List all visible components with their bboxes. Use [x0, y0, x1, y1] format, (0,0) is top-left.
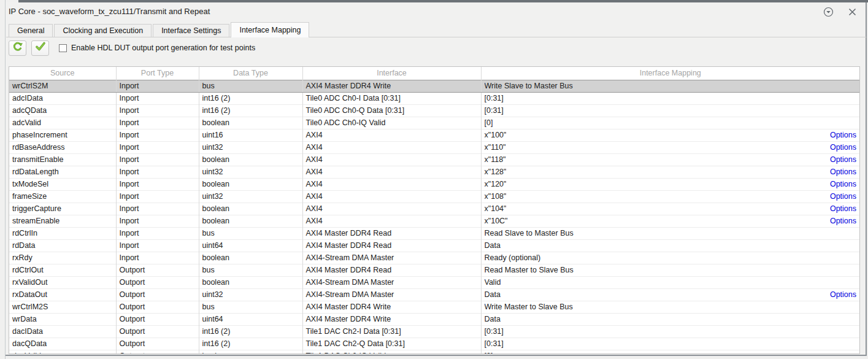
- cell-data-type: uint32: [199, 141, 302, 153]
- cell-data-type: uint64: [199, 313, 302, 325]
- table-row[interactable]: rdDataInportuint64AXI4 Master DDR4 ReadD…: [9, 239, 859, 252]
- table-row[interactable]: rdCtrlInInportbusAXI4 Master DDR4 ReadRe…: [9, 227, 859, 239]
- table-row[interactable]: rxDataOutOutportuint32AXI4-Stream DMA Ma…: [9, 288, 859, 301]
- table-row[interactable]: rdBaseAddressInportuint32AXI4x"110"Optio…: [9, 141, 859, 153]
- mapping-value: Data: [485, 241, 501, 250]
- cell-interface-mapping: x"120"Options: [481, 178, 859, 190]
- cell-source: transmitEnable: [9, 153, 116, 166]
- table-header-row: SourcePort TypeData TypeInterfaceInterfa…: [9, 67, 859, 80]
- options-link[interactable]: Options: [825, 143, 856, 152]
- table-row[interactable]: triggerCaptureInportbooleanAXI4x"104"Opt…: [9, 203, 859, 215]
- refresh-icon: [12, 41, 23, 55]
- mapping-value: [0:31]: [485, 106, 504, 115]
- table-row[interactable]: wrCtrlM2SOutportbusAXI4 Master DDR4 Writ…: [9, 301, 859, 313]
- cell-interface: AXI4: [302, 215, 481, 227]
- cell-port-type: Inport: [116, 117, 199, 129]
- cell-interface-mapping: Data: [481, 313, 859, 325]
- mapping-value: [0:31]: [485, 94, 504, 102]
- table-row[interactable]: adcQDataInportint16 (2)Tile0 ADC Ch0-Q D…: [9, 104, 859, 117]
- cell-source: frameSize: [9, 190, 116, 203]
- table-row[interactable]: dacQDataOutportint16 (2)Tile1 DAC Ch2-Q …: [9, 338, 859, 350]
- cell-interface-mapping: Ready (optional): [481, 252, 859, 264]
- mapping-value: Valid: [485, 278, 501, 287]
- mapping-value: x"10C": [485, 217, 508, 225]
- cell-interface-mapping: [0:31]: [481, 104, 859, 117]
- table-row[interactable]: wrCtrlS2MInportbusAXI4 Master DDR4 Write…: [9, 80, 859, 92]
- cell-interface-mapping: x"10C"Options: [481, 215, 859, 227]
- options-link[interactable]: Options: [825, 131, 856, 139]
- cell-source: wrData: [9, 313, 116, 325]
- mapping-value: Ready (optional): [485, 253, 541, 262]
- cell-data-type: bus: [199, 80, 302, 92]
- table-row[interactable]: rxValidOutOutportbooleanAXI4-Stream DMA …: [9, 276, 859, 288]
- mapping-value: [0]: [485, 118, 493, 127]
- mapping-value: [0:31]: [485, 327, 504, 336]
- options-link[interactable]: Options: [825, 217, 856, 225]
- toolbar: Enable HDL DUT output port generation fo…: [9, 40, 255, 56]
- cell-source: rxValidOut: [9, 276, 116, 288]
- cell-source: txModeSel: [9, 178, 116, 190]
- refresh-button[interactable]: [9, 41, 26, 56]
- interface-mapping-table: SourcePort TypeData TypeInterfaceInterfa…: [9, 66, 860, 354]
- table-row[interactable]: rxRdyInportbooleanAXI4-Stream DMA Master…: [9, 252, 859, 264]
- table-row[interactable]: streamEnableInportbooleanAXI4x"10C"Optio…: [9, 215, 859, 227]
- table-row[interactable]: rdCtrlOutOutportbusAXI4 Master DDR4 Read…: [9, 264, 859, 276]
- column-header: Data Type: [199, 67, 302, 80]
- cell-source: wrCtrlS2M: [9, 80, 116, 92]
- table-row[interactable]: rdDataLengthInportuint32AXI4x"128"Option…: [9, 166, 859, 178]
- table-row[interactable]: phaseIncrementInportuint16AXI4x"100"Opti…: [9, 129, 859, 141]
- cell-source: dacValid: [9, 350, 116, 354]
- table-row[interactable]: txModeSelInportbooleanAXI4x"120"Options: [9, 178, 859, 190]
- table-row[interactable]: frameSizeInportuint32AXI4x"108"Options: [9, 190, 859, 203]
- cell-interface-mapping: x"110"Options: [481, 141, 859, 153]
- table-row[interactable]: transmitEnableInportbooleanAXI4x"118"Opt…: [9, 153, 859, 166]
- cell-source: rdData: [9, 239, 116, 252]
- tab-interface-settings[interactable]: Interface Settings: [153, 24, 229, 37]
- dock-menu-icon[interactable]: [823, 7, 834, 17]
- options-link[interactable]: Options: [825, 204, 856, 213]
- table-row[interactable]: adcValidInportbooleanTile0 ADC Ch0-IQ Va…: [9, 117, 859, 129]
- cell-port-type: Inport: [116, 141, 199, 153]
- cell-source: rxDataOut: [9, 288, 116, 301]
- cell-port-type: Outport: [116, 301, 199, 313]
- cell-data-type: uint32: [199, 288, 302, 301]
- cell-interface-mapping: Read Slave to Master Bus: [481, 227, 859, 239]
- tab-interface-mapping[interactable]: Interface Mapping: [231, 22, 309, 37]
- cell-interface-mapping: Read Master to Slave Bus: [481, 264, 859, 276]
- options-link[interactable]: Options: [825, 290, 856, 299]
- cell-data-type: boolean: [199, 350, 302, 354]
- table-row[interactable]: adcIDataInportint16 (2)Tile0 ADC Ch0-I D…: [9, 92, 859, 104]
- cell-interface: AXI4: [302, 141, 481, 153]
- cell-source: adcQData: [9, 104, 116, 117]
- table-row[interactable]: dacValidOutportbooleanTile1 DAC Ch2-IQ V…: [9, 350, 859, 354]
- cell-source: rxRdy: [9, 252, 116, 264]
- cell-port-type: Inport: [116, 239, 199, 252]
- options-link[interactable]: Options: [825, 155, 856, 164]
- checkmark-icon: [35, 41, 46, 55]
- cell-interface: AXI4: [302, 203, 481, 215]
- cell-interface: AXI4: [302, 190, 481, 203]
- cell-port-type: Inport: [116, 190, 199, 203]
- table-row[interactable]: dacIDataOutportint16 (2)Tile1 DAC Ch2-I …: [9, 325, 859, 338]
- options-link[interactable]: Options: [825, 168, 856, 176]
- test-points-checkbox[interactable]: [59, 44, 67, 52]
- cell-port-type: Inport: [116, 129, 199, 141]
- options-link[interactable]: Options: [825, 192, 856, 201]
- table-row[interactable]: wrDataOutportuint64AXI4 Master DDR4 Writ…: [9, 313, 859, 325]
- close-icon[interactable]: [847, 7, 858, 17]
- tab-general[interactable]: General: [9, 24, 53, 37]
- window-title: IP Core - soc_waveform_tx_zcu111/Transmi…: [9, 7, 210, 16]
- cell-interface-mapping: Valid: [481, 276, 859, 288]
- cell-port-type: Inport: [116, 92, 199, 104]
- cell-data-type: boolean: [199, 117, 302, 129]
- cell-source: adcIData: [9, 92, 116, 104]
- tab-clocking-and-execution[interactable]: Clocking and Execution: [54, 24, 152, 37]
- cell-data-type: boolean: [199, 252, 302, 264]
- cell-interface: AXI4 Master DDR4 Write: [302, 313, 481, 325]
- cell-data-type: int16 (2): [199, 325, 302, 338]
- cell-source: streamEnable: [9, 215, 116, 227]
- mapping-value: Write Master to Slave Bus: [485, 303, 573, 311]
- validate-button[interactable]: [31, 41, 49, 56]
- options-link[interactable]: Options: [825, 180, 856, 188]
- cell-interface-mapping: x"128"Options: [481, 166, 859, 178]
